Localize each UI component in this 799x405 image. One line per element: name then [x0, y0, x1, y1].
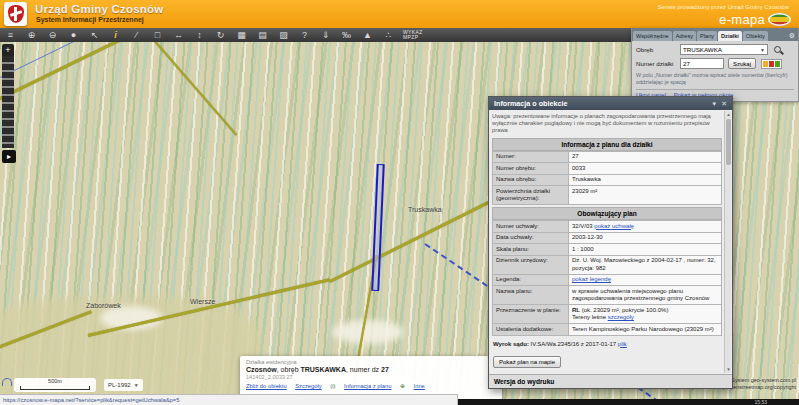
parcel-info-table: Numer: 27 Numer obrębu: 0033 Nazwa obręb…: [492, 151, 722, 206]
show-legend-link[interactable]: pokaż legendę: [572, 276, 611, 282]
wykaz-mpzp-button[interactable]: WYKAZ MPZP: [403, 30, 423, 41]
measure-vertical-icon[interactable]: ↕: [189, 28, 210, 42]
gear-icon[interactable]: ⚙: [789, 32, 797, 41]
selected-parcel-27[interactable]: [371, 164, 385, 291]
row-value: 23029 m²: [569, 186, 722, 205]
zoom-to-object-link[interactable]: Zbliż do obiektu: [246, 383, 287, 389]
feature-type-label: Działka ewidencyjna: [246, 359, 496, 365]
hatch-icon[interactable]: ▨: [273, 28, 294, 42]
scroll-up-icon[interactable]: ▲: [725, 112, 732, 117]
select-area-icon[interactable]: ●: [63, 28, 84, 42]
table-row: Ustalenia dodatkowe: Teren Kampinoskiego…: [493, 324, 722, 336]
numer-dzialki-label: Numer działki: [636, 60, 680, 67]
zoom-out-icon[interactable]: ⊖: [42, 28, 63, 42]
row-label: Skala planu:: [493, 244, 569, 256]
details-link[interactable]: Szczegóły: [295, 383, 321, 389]
parcel-number: 27: [381, 366, 389, 373]
crs-selector[interactable]: PL-1992▼: [104, 379, 143, 391]
zoom-control: + ▸: [2, 44, 14, 163]
print-version-bar[interactable]: Wersja do wydruku: [489, 374, 732, 388]
plan-info-link[interactable]: Informacja z planu: [344, 383, 391, 389]
pan-icon[interactable]: ↔: [168, 28, 189, 42]
popup-scrollbar[interactable]: ▲ ▼: [724, 111, 731, 373]
verdict-file-link[interactable]: plik: [618, 341, 627, 347]
erase-icon[interactable]: □: [147, 28, 168, 42]
show-plan-on-map-button[interactable]: Pokaż plan na mapie: [493, 356, 561, 368]
tab-dzialki[interactable]: Działki: [718, 31, 742, 41]
app-header: Urząd Gminy Czosnów System Informacji Pr…: [0, 0, 799, 28]
row-label: Przeznaczenie w planie:: [493, 305, 569, 324]
profile-icon[interactable]: ▲: [357, 28, 378, 42]
plan-warning-text: Uwaga: prezentowane informacje o planach…: [492, 113, 722, 135]
map-label-truskawka: Truskawka: [408, 206, 442, 213]
print-icon[interactable]: ▤: [252, 28, 273, 42]
tab-plany[interactable]: Plany: [697, 31, 717, 41]
zoning-area: (ok. 23029 m², pokrycie 100.0%): [580, 307, 668, 313]
table-row: Przeznaczenie w planie: RL (ok. 23029 m²…: [493, 305, 722, 324]
chevron-down-icon: ▼: [760, 47, 765, 53]
chevron-down-icon: ▼: [134, 382, 139, 388]
search-panel: Współrzędne Adresy Plany Działki Obiekty…: [631, 28, 799, 102]
draw-line-icon[interactable]: ∕: [126, 28, 147, 42]
resolution-number: 32/V/03: [572, 223, 594, 229]
zoom-in-button[interactable]: +: [2, 44, 14, 56]
search-icon[interactable]: [774, 46, 781, 53]
points-icon[interactable]: ∴: [378, 28, 399, 42]
table-row: Powierzchnia działki (geometryczna): 230…: [493, 186, 722, 205]
obreb-select[interactable]: TRUSKAWKA ▼: [680, 44, 768, 55]
scroll-thumb[interactable]: [726, 119, 731, 165]
row-label: Nazwa planu:: [493, 286, 569, 305]
table-row: Legenda: pokaż legendę: [493, 274, 722, 286]
layers-icon[interactable]: ≡: [0, 28, 21, 42]
table-row: Numer uchwały: 32/V/03 pokaż uchwałę: [493, 221, 722, 233]
tab-obiekty[interactable]: Obiekty: [743, 31, 768, 41]
legend-green-swatch: [775, 61, 780, 67]
row-label: Data uchwały:: [493, 232, 569, 244]
taskbar-clock: 15:53: [754, 399, 767, 405]
scroll-down-icon[interactable]: ▼: [725, 367, 732, 372]
map-label-wiersze: Wiersze: [190, 298, 215, 305]
tab-wspolrzedne[interactable]: Współrzędne: [633, 31, 672, 41]
row-value: Teren Kampinoskiego Parku Narodowego (23…: [569, 324, 722, 336]
szukaj-button[interactable]: Szukaj: [728, 58, 756, 69]
legend-red-swatch: [769, 61, 774, 67]
map-clearing: [332, 320, 404, 344]
download-icon[interactable]: ⇓: [315, 28, 336, 42]
emapa-brand[interactable]: e-mapa: [719, 12, 765, 27]
other-link[interactable]: Inne: [414, 383, 425, 389]
section-plan-info: Informacja z planu dla działki: [492, 138, 722, 151]
verdict-label: Wyrok sądu:: [493, 341, 529, 347]
row-value: Dz. U. Woj. Mazowieckiego z 2004-02-17 ,…: [569, 255, 722, 274]
help-icon[interactable]: ?: [294, 28, 315, 42]
popup-titlebar[interactable]: Informacja o obiekcie ▾ ✕: [489, 97, 732, 110]
numer-dzialki-input[interactable]: [680, 58, 724, 69]
row-label: Numer uchwały:: [493, 221, 569, 233]
object-info-popup: Informacja o obiekcie ▾ ✕ Uwaga: prezent…: [488, 96, 733, 389]
table-row: Data uchwały: 2003-12-30: [493, 232, 722, 244]
search-hint: W polu „Numer działki” można wpisać wiel…: [636, 72, 794, 86]
zoom-slider[interactable]: [2, 56, 14, 148]
grid-icon[interactable]: ▦: [231, 28, 252, 42]
info-circle-icon[interactable]: (i): [330, 383, 335, 389]
zoom-in-icon[interactable]: ⊕: [21, 28, 42, 42]
percent-icon[interactable]: ‰: [336, 28, 357, 42]
collapse-icon[interactable]: ▾: [712, 97, 716, 110]
rotate-icon[interactable]: ↻: [210, 28, 231, 42]
info-icon[interactable]: i: [105, 28, 126, 42]
scale-bracket: [20, 386, 90, 390]
section-binding-plan: Obowiązujący plan: [492, 207, 722, 220]
service-note: Serwis prowadzony przez Urząd Gminy Czos…: [658, 4, 789, 10]
plus-circle-icon[interactable]: ⊕: [400, 383, 405, 389]
map-road: [145, 30, 237, 135]
tab-adresy[interactable]: Adresy: [673, 31, 696, 41]
zoning-details-link[interactable]: szczegóły: [608, 314, 634, 320]
municipality-logo: [4, 2, 27, 26]
show-resolution-link[interactable]: pokaż uchwałę: [594, 223, 634, 229]
pointer-icon[interactable]: ↖: [84, 28, 105, 42]
popup-body: Uwaga: prezentowane informacje o planach…: [489, 110, 732, 374]
expand-panel-button[interactable]: ▸: [2, 150, 16, 163]
rotate-view-icon[interactable]: [2, 378, 12, 386]
close-icon[interactable]: ✕: [721, 97, 727, 110]
row-label: Numer:: [493, 151, 569, 163]
gis-application-window: Truskawka Zaborówek Wiersze Urząd Gminy …: [0, 0, 799, 405]
